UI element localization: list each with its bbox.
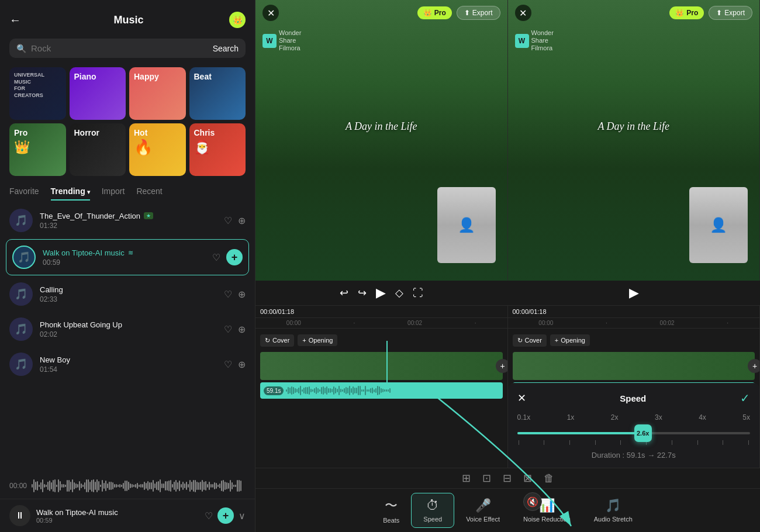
layout-button-3[interactable]: ⊟: [503, 472, 512, 485]
layout-button-1[interactable]: ⊞: [462, 472, 471, 485]
opening-button-right[interactable]: + Opening: [550, 334, 590, 346]
right-area: W WonderShareFilmora A Day in the Life 👤…: [255, 0, 760, 532]
now-playing-favorite[interactable]: ♡: [205, 510, 213, 521]
tab-recent[interactable]: Recent: [136, 186, 162, 201]
back-button[interactable]: ←: [9, 13, 21, 27]
header: ← Music 👑: [0, 0, 255, 34]
play-pause-button[interactable]: ⏸: [9, 505, 30, 526]
video-text-right: A Day in the Life: [597, 120, 669, 133]
speed-thumb[interactable]: 2.6x: [634, 424, 652, 442]
speed-confirm-button[interactable]: ✓: [740, 391, 750, 405]
category-pro[interactable]: Pro 👑: [9, 123, 66, 176]
noise-reduction-tool-button[interactable]: 📊 Noise Reduction: [512, 493, 582, 527]
fullscreen-button-left[interactable]: ⛶: [413, 287, 423, 299]
audio-waveform-left: [286, 385, 499, 396]
horror-label: Horror: [74, 128, 100, 137]
category-hot[interactable]: Hot 🔥: [129, 123, 186, 176]
opening-button-left[interactable]: + Opening: [298, 334, 337, 346]
voice-effect-icon: 🎤: [475, 498, 491, 513]
track-item[interactable]: 🎵 Phonk Upbeat Going Up 02:02 ♡ ⊕: [0, 312, 255, 347]
add-track-button[interactable]: +: [226, 249, 243, 265]
play-button-right[interactable]: ▶: [629, 285, 639, 300]
beats-tool-button[interactable]: 〜 Beats: [371, 492, 411, 528]
expand-button[interactable]: ∨: [239, 510, 246, 521]
track-info: Calling 02:33: [40, 285, 217, 303]
close-preview-left[interactable]: ✕: [262, 5, 279, 21]
export-button-left[interactable]: ⬆ Export: [457, 6, 500, 20]
undo-button[interactable]: ↩: [340, 286, 348, 299]
marker-mid-r: ·: [606, 320, 607, 326]
voice-effect-tool-button[interactable]: 🎤 Voice Effect: [454, 493, 512, 527]
video-track-right: +: [513, 352, 755, 380]
play-button-left[interactable]: ▶: [376, 285, 386, 300]
audio-mute-button[interactable]: 🔇: [523, 492, 542, 511]
search-button[interactable]: Search: [213, 44, 239, 53]
delete-button[interactable]: 🗑: [544, 472, 554, 485]
close-preview-right[interactable]: ✕: [515, 5, 531, 21]
track-name: Calling: [40, 285, 217, 294]
add-clip-button-left[interactable]: +: [496, 359, 508, 373]
ws-icon-left: W: [262, 34, 277, 48]
audio-track-bar-left: 59.1s: [260, 382, 503, 399]
redo-button[interactable]: ↪: [358, 286, 367, 299]
waveform-visual: [32, 478, 246, 494]
add-to-queue-button[interactable]: ⊕: [238, 215, 246, 226]
hot-label: Hot: [134, 128, 147, 137]
track-item[interactable]: 🎵 The_Eve_Of_Thunder_Action ★ 01:32 ♡ ⊕: [0, 203, 255, 238]
favorite-button-active[interactable]: ♡: [212, 252, 220, 263]
category-beat[interactable]: Beat: [189, 67, 246, 120]
speed-fill: [517, 432, 643, 434]
track-item[interactable]: 🎵 Calling 02:33 ♡ ⊕: [0, 277, 255, 312]
favorite-button[interactable]: ♡: [224, 359, 232, 370]
marker-mid: ·: [354, 320, 355, 326]
add-to-queue-button[interactable]: ⊕: [238, 324, 246, 335]
speed-tool-button[interactable]: ⏱ Speed: [411, 493, 454, 528]
category-universal[interactable]: UNIVERSALMUSICFORCREATORS: [9, 67, 66, 120]
tick-1: [544, 440, 544, 445]
track-info: The_Eve_Of_Thunder_Action ★ 01:32: [40, 212, 217, 230]
speed-track[interactable]: 2.6x: [517, 432, 751, 434]
track-name-active: Walk on Tiptoe-AI music ≋: [43, 248, 205, 257]
track-item-active[interactable]: 🎵 Walk on Tiptoe-AI music ≋ 00:59 ♡ +: [6, 239, 249, 275]
tab-favorite[interactable]: Favorite: [9, 186, 39, 201]
cover-button-right[interactable]: ↻ Cover: [513, 334, 547, 347]
tabs-bar: Favorite Trending▾ Import Recent: [0, 181, 255, 201]
time-markers-right: 00:00 · 00:02 ·: [508, 318, 760, 329]
marker-2-r: 00:02: [660, 320, 675, 326]
category-piano[interactable]: Piano: [70, 67, 126, 120]
add-to-queue-button[interactable]: ⊕: [238, 289, 246, 300]
layout-button-2[interactable]: ⊡: [482, 472, 491, 485]
time-display-left: 00:00/01:18: [260, 308, 294, 315]
add-to-queue-button[interactable]: ⊕: [238, 359, 246, 370]
cover-button-left[interactable]: ↻ Cover: [260, 334, 294, 347]
favorite-button[interactable]: ♡: [224, 324, 232, 335]
tab-import[interactable]: Import: [102, 186, 125, 201]
now-playing-add-button[interactable]: +: [217, 507, 234, 524]
speed-ticks: [517, 440, 751, 445]
marker-end: ·: [475, 320, 476, 326]
favorite-button[interactable]: ♡: [224, 215, 232, 226]
cover-row-right: ↻ Cover + Opening: [508, 329, 760, 352]
speed-close-button[interactable]: ✕: [517, 392, 526, 405]
category-horror[interactable]: Horror: [70, 123, 126, 176]
track-info: New Boy 01:54: [40, 355, 217, 374]
add-clip-button-right[interactable]: +: [748, 359, 760, 373]
pro-badge-right[interactable]: 👑 Pro: [669, 6, 704, 19]
track-item[interactable]: 🎵 New Boy 01:54 ♡ ⊕: [0, 347, 255, 382]
export-button-right[interactable]: ⬆ Export: [709, 6, 752, 20]
speed-duration-display: Duration : 59.1s → 22.7s: [517, 451, 751, 460]
search-bar: 🔍 Search: [9, 39, 246, 58]
favorite-button[interactable]: ♡: [224, 289, 232, 300]
tab-trending[interactable]: Trending▾: [51, 186, 90, 201]
pro-badge: ★: [144, 212, 153, 219]
waveform-bar: 00:00: [0, 473, 255, 499]
search-input[interactable]: [31, 43, 208, 53]
layout-button-4[interactable]: ⊠: [523, 472, 532, 485]
audio-stretch-tool-button[interactable]: 🎵 Audio Stretch: [582, 493, 644, 527]
keyframe-button[interactable]: ◇: [395, 286, 403, 299]
category-happy[interactable]: Happy: [129, 67, 186, 120]
pro-badge-left[interactable]: 👑 Pro: [417, 6, 452, 19]
category-chris[interactable]: Chris 🎅: [189, 123, 246, 176]
speed-label-0: 0.1x: [517, 413, 531, 422]
trending-arrow-icon: ▾: [87, 189, 90, 195]
